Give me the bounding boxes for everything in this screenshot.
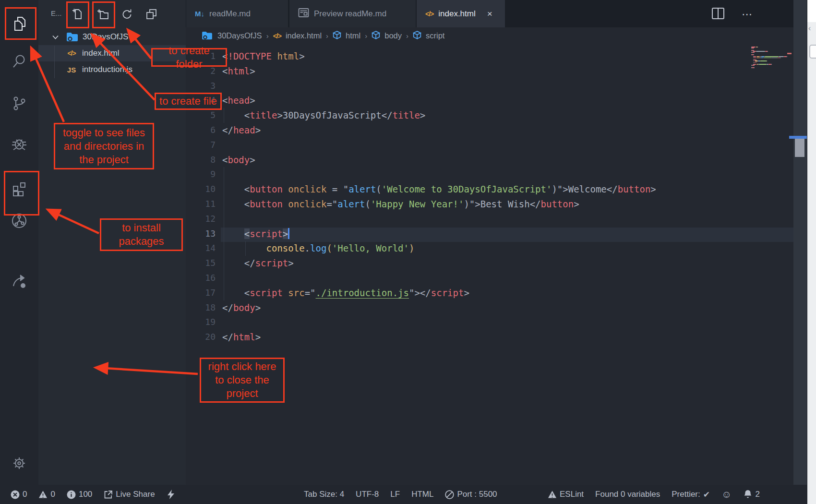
- share-icon[interactable]: [0, 267, 38, 296]
- indent-guide: [245, 241, 246, 256]
- line-number: 6: [186, 123, 216, 138]
- port-icon: [445, 490, 454, 499]
- code-line[interactable]: 9: [186, 167, 816, 182]
- breadcrumb-item-file[interactable]: index.html: [286, 31, 322, 40]
- warnings-status[interactable]: 0: [38, 490, 55, 499]
- code-line[interactable]: 8<body>: [186, 153, 816, 168]
- overview-ruler-mark: [787, 53, 792, 54]
- line-number: 10: [186, 182, 216, 197]
- debug-icon[interactable]: [0, 130, 38, 158]
- annotation-box-new-folder-icon: [92, 1, 115, 28]
- page-scroll-thumb[interactable]: [809, 45, 816, 59]
- breadcrumb-item-body[interactable]: body: [384, 31, 402, 40]
- refresh-icon[interactable]: [120, 7, 134, 21]
- info-status[interactable]: 100: [67, 490, 92, 499]
- code-line[interactable]: 14 console.log('Hello, World'): [186, 241, 816, 256]
- tree-item-label: 30DaysOfJS: [83, 32, 128, 42]
- chevron-down-icon: [49, 35, 61, 39]
- tab-label: readMe.md: [209, 9, 251, 19]
- preview-icon: [298, 8, 309, 20]
- code-line[interactable]: 6</head>: [186, 123, 816, 138]
- notifications-status[interactable]: 2: [743, 490, 759, 499]
- folder-icon: [66, 32, 78, 42]
- breadcrumb-item-html[interactable]: html: [346, 31, 360, 40]
- code-line[interactable]: 11 <button onclick="alert('Happy New Yea…: [186, 197, 816, 212]
- tree-item-root-folder[interactable]: 30DaysOfJS: [38, 29, 186, 45]
- js-file-icon: JS: [65, 66, 78, 74]
- line-number: 15: [186, 256, 216, 271]
- scrollbar-thumb[interactable]: [795, 139, 804, 157]
- more-actions-icon[interactable]: ⋯: [742, 8, 753, 21]
- code-editor[interactable]: 1<!DOCTYPE html>2<html>34<head>5 <title>…: [186, 44, 816, 485]
- code-line[interactable]: 17 <script src="./introduction.js"></scr…: [186, 286, 816, 300]
- symbol-cube-icon: [413, 31, 421, 41]
- line-number: 17: [186, 286, 216, 300]
- code-line[interactable]: 20</html>: [186, 330, 816, 345]
- lightning-icon: [167, 490, 176, 499]
- code-line[interactable]: 19: [186, 315, 816, 330]
- eslint-status[interactable]: ESLint: [548, 490, 584, 499]
- tab-preview-readme[interactable]: Preview readMe.md: [289, 0, 416, 27]
- errors-status[interactable]: 0: [11, 490, 27, 499]
- tab-readme[interactable]: M↓ readMe.md: [186, 0, 288, 27]
- settings-gear-icon[interactable]: [0, 449, 38, 478]
- warning-icon: [38, 490, 48, 499]
- minimap[interactable]: [751, 47, 794, 71]
- code-line[interactable]: 13 <script>: [186, 227, 816, 241]
- live-share-status[interactable]: Live Share: [104, 490, 155, 499]
- line-number: 3: [186, 79, 216, 94]
- code-line[interactable]: 3: [186, 79, 816, 94]
- code-line[interactable]: 10 <button onclick = "alert('Welcome to …: [186, 182, 816, 197]
- breadcrumb: 30DaysOfJS › </> index.html › html › bod…: [186, 27, 816, 44]
- line-number: 20: [186, 330, 216, 345]
- code-line[interactable]: 1<!DOCTYPE html>: [186, 49, 816, 64]
- code-line[interactable]: 4<head>: [186, 93, 816, 108]
- tab-index-html[interactable]: </> index.html ×: [417, 0, 505, 27]
- split-editor-icon[interactable]: [711, 6, 725, 23]
- feedback-smiley-icon[interactable]: ☺: [721, 489, 732, 500]
- code-line[interactable]: 12: [186, 212, 816, 227]
- source-control-icon[interactable]: [0, 89, 38, 118]
- line-number: 18: [186, 300, 216, 315]
- annotation-label-toggle-files: toggle to see files and directories in t…: [54, 123, 154, 169]
- close-tab-icon[interactable]: ×: [487, 9, 492, 19]
- code-line[interactable]: 2<html>: [186, 64, 816, 79]
- editor-scrollbar[interactable]: [793, 0, 807, 485]
- breadcrumb-item-root[interactable]: 30DaysOfJS: [217, 31, 262, 40]
- code-line[interactable]: 18</body>: [186, 300, 816, 315]
- code-line[interactable]: 7: [186, 138, 816, 153]
- tree-item-label: introduction.js: [82, 65, 132, 74]
- line-number: 19: [186, 315, 216, 330]
- page-strip-top: [807, 0, 816, 22]
- page-scrollbar-strip[interactable]: ‹: [807, 0, 816, 504]
- collapse-all-icon[interactable]: [144, 7, 158, 21]
- explorer-header-title: E...: [51, 9, 62, 17]
- breadcrumb-item-script[interactable]: script: [426, 31, 444, 40]
- search-icon[interactable]: [0, 47, 38, 76]
- symbol-cube-icon: [333, 31, 341, 41]
- line-number: 12: [186, 212, 216, 227]
- markdown-icon: M↓: [195, 10, 204, 18]
- eol-status[interactable]: LF: [390, 490, 400, 499]
- symbol-cube-icon: [372, 31, 380, 41]
- error-icon: [11, 490, 20, 499]
- code-line[interactable]: 15 </script>: [186, 256, 816, 271]
- language-status[interactable]: HTML: [411, 490, 433, 499]
- encoding-status[interactable]: UTF-8: [356, 490, 379, 499]
- port-status[interactable]: Port : 5500: [445, 490, 497, 499]
- eslint-warning-icon: [548, 490, 557, 499]
- tab-size-status[interactable]: Tab Size: 4: [304, 490, 344, 499]
- vscode-window: E... 30DaysOfJS </> inde: [0, 0, 816, 504]
- text-cursor: [288, 228, 289, 239]
- lightning-status[interactable]: [167, 490, 176, 499]
- code-line[interactable]: 5 <title>30DaysOfJavaScript</title>: [186, 108, 816, 123]
- tab-label: index.html: [438, 9, 475, 19]
- indent-guide: [224, 167, 224, 300]
- code-line[interactable]: 16: [186, 271, 816, 286]
- chevron-left-icon: ‹: [808, 24, 811, 33]
- line-number: 16: [186, 271, 216, 286]
- variables-status[interactable]: Found 0 variables: [595, 490, 660, 499]
- line-number: 9: [186, 167, 216, 182]
- prettier-status[interactable]: Prettier:✔: [672, 490, 710, 500]
- editor-area: M↓ readMe.md Preview readMe.md </> index…: [186, 0, 816, 485]
